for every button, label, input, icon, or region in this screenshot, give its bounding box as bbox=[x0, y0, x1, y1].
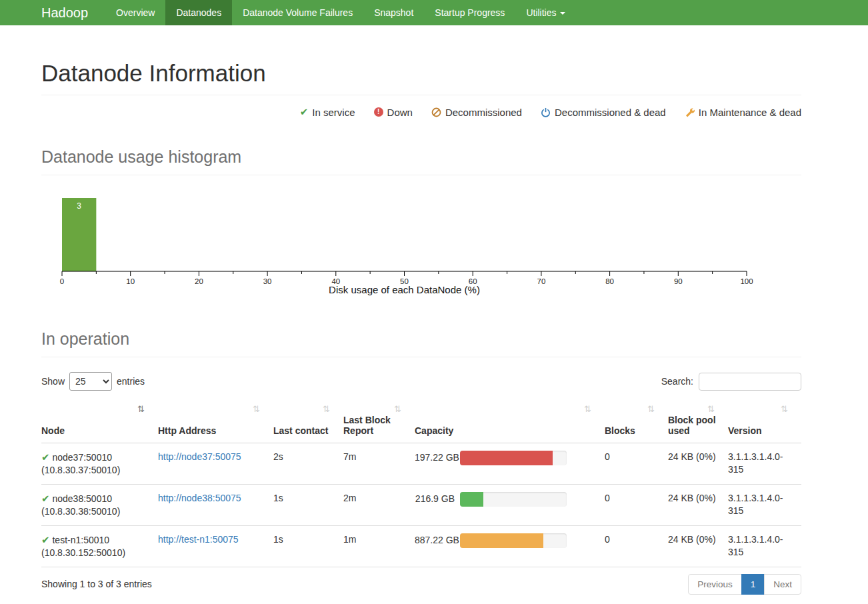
capacity-value: 887.22 GB bbox=[415, 534, 455, 547]
sort-icon: ⇅ bbox=[137, 404, 145, 414]
last-contact-cell: 1s bbox=[273, 484, 343, 525]
column-label: Blocks bbox=[605, 425, 635, 436]
exclamation-circle-icon: ! bbox=[374, 107, 383, 117]
legend-down: ! Down bbox=[374, 106, 413, 118]
power-icon bbox=[541, 107, 551, 117]
http-address-link[interactable]: http://node37:50075 bbox=[158, 451, 241, 462]
node-ip: (10.8.30.152:50010) bbox=[41, 547, 151, 559]
last-contact-cell: 2s bbox=[273, 443, 343, 484]
nav-item-overview[interactable]: Overview bbox=[105, 0, 165, 25]
legend-label: In Maintenance & dead bbox=[699, 107, 801, 118]
nav-item-datanode-volume-failures[interactable]: Datanode Volume Failures bbox=[232, 0, 363, 25]
svg-text:80: 80 bbox=[605, 277, 614, 285]
table-row: ✔ node38:50010 (10.8.30.38:50010) http:/… bbox=[41, 484, 801, 525]
sort-icon: ⇅ bbox=[394, 404, 401, 414]
nav-item-snapshot[interactable]: Snapshot bbox=[363, 0, 424, 25]
legend-label: Decommissioned & dead bbox=[555, 107, 666, 118]
page-1-button[interactable]: 1 bbox=[741, 574, 765, 595]
nav-item-startup-progress[interactable]: Startup Progress bbox=[424, 0, 515, 25]
column-header-block-pool-used[interactable]: ⇅Block pool used bbox=[668, 400, 728, 443]
column-header-node[interactable]: ⇅Node bbox=[41, 400, 158, 443]
sort-icon: ⇅ bbox=[253, 404, 260, 414]
svg-text:Disk usage of each DataNode (%: Disk usage of each DataNode (%) bbox=[329, 284, 480, 295]
svg-text:3: 3 bbox=[77, 201, 81, 211]
legend-decommissioned: Decommissioned bbox=[431, 106, 522, 118]
legend-label: Down bbox=[387, 107, 413, 118]
page-title: Datanode Information bbox=[41, 60, 801, 87]
version-cell: 3.1.1.3.1.4.0-315 bbox=[728, 484, 801, 525]
capacity-progress-bar bbox=[460, 533, 567, 548]
datanode-usage-histogram: 30102030405060708090100Disk usage of eac… bbox=[41, 193, 801, 300]
svg-text:70: 70 bbox=[537, 277, 546, 285]
svg-text:30: 30 bbox=[263, 277, 272, 285]
legend-label: In service bbox=[312, 107, 355, 118]
node-cell: ✔ node37:50010 (10.8.30.37:50010) bbox=[41, 443, 158, 484]
capacity-value: 216.9 GB bbox=[415, 493, 455, 505]
brand-hadoop[interactable]: Hadoop bbox=[41, 0, 88, 25]
table-info: Showing 1 to 3 of 3 entries bbox=[41, 579, 152, 589]
sort-icon: ⇅ bbox=[707, 404, 715, 414]
column-label: Capacity bbox=[415, 425, 453, 436]
capacity-value: 197.22 GB bbox=[415, 451, 455, 464]
sort-icon: ⇅ bbox=[584, 404, 591, 414]
block-pool-used-cell: 24 KB (0%) bbox=[668, 525, 728, 567]
nav-item-datanodes[interactable]: Datanodes bbox=[165, 0, 232, 25]
capacity-progress-bar bbox=[460, 451, 567, 465]
http-address-link[interactable]: http://node38:50075 bbox=[158, 493, 241, 503]
caret-down-icon bbox=[560, 12, 565, 15]
column-header-last-contact[interactable]: ⇅Last contact bbox=[273, 400, 343, 443]
previous-page-button[interactable]: Previous bbox=[688, 574, 742, 595]
nav-item-utilities-label: Utilities bbox=[526, 7, 556, 18]
divider bbox=[41, 357, 801, 357]
column-header-blocks[interactable]: ⇅Blocks bbox=[605, 400, 668, 443]
column-header-http-address[interactable]: ⇅Http Address bbox=[158, 400, 273, 443]
table-row: ✔ node37:50010 (10.8.30.37:50010) http:/… bbox=[41, 443, 801, 484]
node-cell: ✔ test-n1:50010 (10.8.30.152:50010) bbox=[41, 525, 158, 567]
node-ip: (10.8.30.38:50010) bbox=[41, 505, 151, 518]
nav-item-utilities[interactable]: Utilities bbox=[515, 0, 575, 25]
block-pool-used-cell: 24 KB (0%) bbox=[668, 484, 728, 525]
column-label: Last Block Report bbox=[343, 415, 391, 436]
column-header-version[interactable]: ⇅Version bbox=[728, 400, 801, 443]
divider bbox=[41, 175, 801, 175]
check-icon: ✔ bbox=[41, 534, 50, 545]
table-search: Search: bbox=[661, 373, 801, 391]
http-address-link[interactable]: http://test-n1:50075 bbox=[158, 534, 239, 545]
search-input[interactable] bbox=[699, 373, 801, 391]
version-cell: 3.1.1.3.1.4.0-315 bbox=[728, 443, 801, 484]
svg-text:100: 100 bbox=[740, 277, 753, 285]
table-row: ✔ test-n1:50010 (10.8.30.152:50010) http… bbox=[41, 525, 801, 567]
datanodes-table: ⇅Node ⇅Http Address ⇅Last contact ⇅Last … bbox=[41, 400, 801, 567]
check-icon: ✔ bbox=[41, 451, 50, 463]
sort-icon: ⇅ bbox=[781, 404, 788, 414]
histogram-chart: 30102030405060708090100Disk usage of eac… bbox=[41, 193, 801, 298]
histogram-section-title: Datanode usage histogram bbox=[41, 147, 801, 167]
column-label: Http Address bbox=[158, 425, 216, 436]
last-block-report-cell: 2m bbox=[343, 484, 415, 525]
sort-icon: ⇅ bbox=[323, 404, 330, 414]
blocks-cell: 0 bbox=[605, 525, 668, 567]
legend-maintenance-dead: In Maintenance & dead bbox=[685, 106, 801, 118]
column-header-capacity[interactable]: ⇅Capacity bbox=[415, 400, 605, 443]
next-page-button[interactable]: Next bbox=[764, 574, 801, 595]
entries-label: entries bbox=[117, 376, 145, 387]
table-header-row: ⇅Node ⇅Http Address ⇅Last contact ⇅Last … bbox=[41, 400, 801, 443]
operation-section-title: In operation bbox=[41, 329, 801, 349]
divider bbox=[41, 95, 801, 95]
pagination: Previous 1 Next bbox=[688, 574, 801, 595]
column-label: Version bbox=[728, 425, 762, 436]
last-block-report-cell: 1m bbox=[343, 525, 415, 567]
blocks-cell: 0 bbox=[605, 443, 668, 484]
blocks-cell: 0 bbox=[605, 484, 668, 525]
node-status-legend: ✔ In service ! Down Decommissioned Decom… bbox=[41, 106, 801, 118]
wrench-icon bbox=[685, 107, 695, 117]
page-length-select[interactable]: 25 bbox=[69, 372, 112, 391]
version-cell: 3.1.1.3.1.4.0-315 bbox=[728, 525, 801, 567]
page-length-control: Show 25 entries bbox=[41, 372, 145, 391]
column-label: Node bbox=[41, 425, 65, 436]
top-navbar: Hadoop Overview Datanodes Datanode Volum… bbox=[0, 0, 868, 25]
node-cell: ✔ node38:50010 (10.8.30.38:50010) bbox=[41, 484, 158, 525]
ban-icon bbox=[431, 107, 441, 117]
search-label: Search: bbox=[661, 376, 693, 387]
column-header-last-block-report[interactable]: ⇅Last Block Report bbox=[343, 400, 415, 443]
